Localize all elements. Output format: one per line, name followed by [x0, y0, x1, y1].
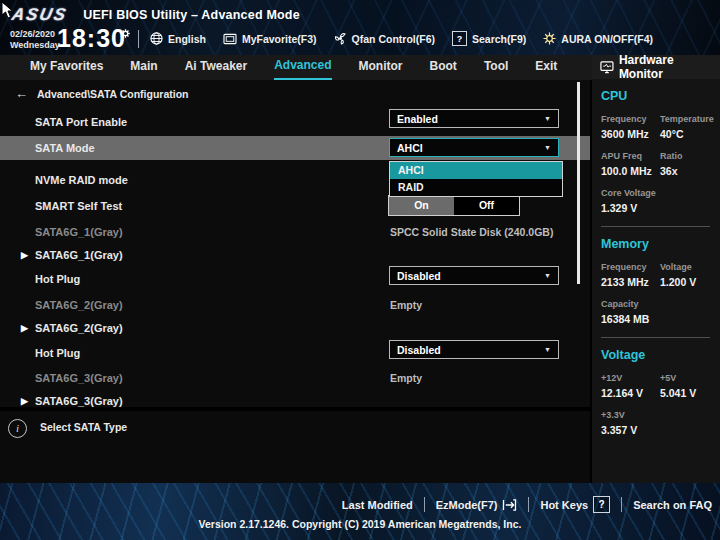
qfan-control-button[interactable]: Qfan Control(F6) [334, 32, 435, 45]
monitor-icon [600, 61, 614, 74]
sata-port-enable-dropdown[interactable]: Enabled ▼ [389, 109, 559, 128]
language-button[interactable]: English [150, 32, 206, 45]
myfavorite-label: MyFavorite(F3) [242, 33, 317, 45]
aura-label: AURA ON/OFF(F4) [561, 33, 653, 45]
cpu-frequency: Frequency3600 MHz [601, 114, 660, 140]
chevron-down-icon: ▼ [544, 346, 551, 353]
search-label: Search(F9) [472, 33, 526, 45]
smart-self-test-toggle[interactable]: On Off [388, 195, 520, 216]
uefi-bios-window: ASUS UEFI BIOS Utility – Advanced Mode 0… [0, 0, 720, 540]
drive-name: Empty [390, 299, 422, 311]
qfan-icon [334, 32, 347, 45]
row-hot-plug-2[interactable]: Hot Plug Disabled ▼ [0, 341, 590, 364]
setting-label: NVMe RAID mode [35, 174, 128, 186]
drive-name: SPCC Solid State Disk (240.0GB) [390, 226, 553, 238]
popup-option-raid[interactable]: RAID [390, 179, 562, 196]
top-header: ASUS UEFI BIOS Utility – Advanced Mode 0… [0, 0, 720, 55]
myfavorite-button[interactable]: MyFavorite(F3) [223, 33, 317, 45]
row-sata-port-enable[interactable]: SATA Port Enable Enabled ▼ [0, 110, 590, 133]
setting-label: SATA6G_3(Gray) [35, 372, 123, 384]
chevron-down-icon: ▼ [544, 272, 551, 279]
globe-icon [150, 32, 163, 45]
toggle-on[interactable]: On [389, 196, 454, 215]
row-sata6g1-status: SATA6G_1(Gray) SPCC Solid State Disk (24… [0, 220, 590, 243]
back-arrow-icon[interactable]: ← [15, 86, 28, 101]
row-sata-mode[interactable]: SATA Mode AHCI ▼ [0, 136, 590, 160]
settings-scrollbar[interactable] [577, 82, 580, 284]
tab-main[interactable]: Main [130, 56, 157, 79]
toggle-off[interactable]: Off [454, 196, 519, 215]
cpu-ratio: Ratio36x [660, 151, 719, 177]
sata-mode-dropdown[interactable]: AHCI ▼ [389, 138, 559, 157]
dropdown-value: Disabled [397, 270, 441, 282]
chevron-right-icon: ▶ [21, 323, 28, 333]
breadcrumb[interactable]: ← Advanced\SATA Configuration [15, 86, 188, 101]
dropdown-value: Disabled [397, 344, 441, 356]
tab-ai-tweaker[interactable]: Ai Tweaker [185, 56, 247, 79]
setting-label: SATA Port Enable [35, 116, 127, 128]
mouse-cursor [1, 1, 15, 19]
dropdown-value: Enabled [397, 113, 438, 125]
tab-tool[interactable]: Tool [484, 56, 508, 79]
search-button[interactable]: ? Search(F9) [452, 31, 526, 46]
hardware-monitor-title: Hardware Monitor [619, 53, 720, 81]
time-display[interactable]: 18:30 [57, 24, 126, 53]
cpu-apu-freq: APU Freq100.0 MHz [601, 151, 660, 177]
date-display[interactable]: 02/26/2020 Wednesday [10, 29, 60, 51]
memory-section-title: Memory [601, 237, 720, 251]
sata-mode-popup: AHCI RAID [389, 161, 563, 197]
setting-label: Hot Plug [35, 347, 80, 359]
tab-advanced[interactable]: Advanced [274, 55, 331, 80]
chevron-right-icon: ▶ [21, 396, 28, 406]
hot-plug-2-dropdown[interactable]: Disabled ▼ [389, 340, 559, 359]
chevron-right-icon: ▶ [21, 250, 28, 260]
breadcrumb-path: Advanced\SATA Configuration [37, 88, 188, 100]
row-sata6g1-link[interactable]: ▶ SATA6G_1(Gray) [0, 243, 590, 266]
memory-voltage: Voltage1.200 V [660, 262, 719, 288]
date-value: 02/26/2020 [10, 29, 60, 40]
divider [528, 497, 529, 512]
tab-exit[interactable]: Exit [535, 56, 557, 79]
info-icon: i [8, 419, 27, 438]
setting-label: Hot Plug [35, 273, 80, 285]
drive-name: Empty [390, 372, 422, 384]
chevron-down-icon: ▼ [544, 144, 551, 151]
cpu-core-voltage: Core Voltage1.329 V [601, 188, 720, 214]
hot-keys-button[interactable]: Hot Keys ? [540, 496, 610, 513]
setting-label: SATA6G_1(Gray) [35, 226, 123, 238]
help-area: i Select SATA Type [0, 407, 590, 483]
aura-button[interactable]: AURA ON/OFF(F4) [543, 32, 653, 45]
app-title: UEFI BIOS Utility – Advanced Mode [83, 8, 300, 22]
ezmode-exit-icon [502, 499, 517, 511]
last-modified-button[interactable]: Last Modified [342, 499, 413, 511]
search-on-faq-button[interactable]: Search on FAQ [633, 499, 712, 511]
voltage-12v: +12V12.164 V [601, 373, 660, 399]
hardware-monitor-header: Hardware Monitor [592, 55, 720, 79]
tab-monitor[interactable]: Monitor [359, 56, 403, 79]
question-icon: ? [593, 496, 610, 513]
row-smart-self-test[interactable]: SMART Self Test On Off [0, 194, 590, 217]
cpu-section-title: CPU [601, 89, 720, 103]
chevron-down-icon: ▼ [544, 115, 551, 122]
divider [424, 497, 425, 512]
search-icon: ? [452, 31, 467, 46]
tab-boot[interactable]: Boot [430, 56, 457, 79]
myfavorite-icon [223, 33, 237, 45]
voltage-3v3: +3.3V3.357 V [601, 410, 720, 436]
time-settings-gear-icon[interactable] [121, 24, 130, 42]
tab-my-favorites[interactable]: My Favorites [30, 56, 103, 79]
setting-label: SMART Self Test [35, 200, 122, 212]
header-toolbar: English MyFavorite(F3) Qfan Control(F6) … [150, 31, 653, 46]
hardware-monitor-panel: Hardware Monitor CPU Frequency3600 MHz T… [592, 55, 720, 483]
popup-option-ahci[interactable]: AHCI [390, 162, 562, 179]
row-sata6g2-link[interactable]: ▶ SATA6G_2(Gray) [0, 316, 590, 339]
row-hot-plug-1[interactable]: Hot Plug Disabled ▼ [0, 267, 590, 290]
ezmode-button[interactable]: EzMode(F7) [436, 499, 518, 511]
header-separator [138, 30, 139, 48]
setting-label: SATA6G_2(Gray) [35, 299, 123, 311]
hot-plug-1-dropdown[interactable]: Disabled ▼ [389, 266, 559, 285]
weekday-value: Wednesday [10, 40, 60, 51]
qfan-label: Qfan Control(F6) [352, 33, 435, 45]
link-label: SATA6G_1(Gray) [35, 249, 123, 261]
row-sata6g2-status: SATA6G_2(Gray) Empty [0, 293, 590, 316]
